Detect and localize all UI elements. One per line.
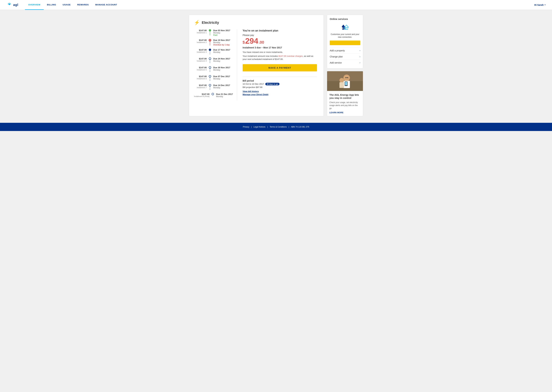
instalment-label: Instalment 5 bbox=[194, 69, 207, 71]
change-plan-label: Change plan bbox=[330, 55, 343, 58]
dollar-sign: $ bbox=[243, 40, 245, 45]
card-header: ⚡ Electricity bbox=[194, 20, 319, 25]
manage-direct-debit-link[interactable]: Manage your Direct Debit bbox=[243, 93, 317, 96]
lightning-icon: ⚡ bbox=[194, 20, 200, 25]
instalment-amount: $147.00 bbox=[194, 49, 207, 51]
footer-divider: | bbox=[267, 126, 268, 128]
timeline-line bbox=[210, 77, 210, 81]
timeline-rows: $147.00 Instalment 1 Due 03 Nov 2017 Mon… bbox=[194, 29, 233, 100]
timeline-node bbox=[208, 84, 212, 90]
instalment-label: Instalment 8 (Final) bbox=[194, 95, 209, 97]
due-day: Monday bbox=[216, 95, 233, 98]
due-date: Due 03 Nov 2017 bbox=[213, 29, 230, 32]
instalment-info: $147.00 Instalment 7 bbox=[194, 84, 208, 89]
learn-more-link[interactable]: LEARN MORE bbox=[330, 112, 361, 114]
timeline-dot-overdue: ✕ bbox=[209, 39, 211, 42]
due-day: Monday bbox=[213, 60, 230, 62]
chevron-right-icon: › bbox=[360, 56, 360, 58]
customise-text: Customise your current and your new conn… bbox=[330, 33, 360, 39]
instalment-amount: $147.00 bbox=[194, 75, 207, 78]
instalment-note-3: , as well as your next scheduled instalm… bbox=[243, 55, 313, 61]
footer-privacy[interactable]: Privacy bbox=[243, 126, 249, 128]
timeline-node bbox=[208, 57, 212, 64]
due-day: Monday bbox=[213, 86, 230, 89]
nav-manage-account[interactable]: MANAGE ACCOUNT bbox=[92, 0, 120, 10]
due-date: Due 14 Dec 2017 bbox=[213, 84, 230, 86]
promo-image bbox=[327, 71, 363, 91]
svg-rect-17 bbox=[339, 82, 344, 88]
instalment-label: Instalment 7 bbox=[194, 86, 207, 89]
promo-title: The AGL Energy App lets you stay in cont… bbox=[330, 93, 361, 100]
table-row: $147.00 Instalment 8 (Final) Due 21 Dec … bbox=[194, 93, 233, 98]
table-row: $147.00 Instalment 5 Due 30 Nov 2017 Mon… bbox=[194, 66, 233, 73]
online-services-card: Online services Customise your current a… bbox=[327, 15, 363, 69]
footer-divider: | bbox=[289, 126, 289, 128]
chevron-right-icon: › bbox=[360, 62, 360, 64]
timeline-node bbox=[208, 66, 212, 73]
timeline-node: ✕ bbox=[208, 39, 212, 45]
instalment-amount: $147.00 bbox=[194, 66, 207, 69]
logo-area[interactable]: agl bbox=[7, 2, 18, 8]
table-row: $147.00 Instalment 6 Due 07 Dec 2017 Mon… bbox=[194, 75, 233, 81]
timeline-dot-future bbox=[209, 75, 211, 77]
user-greeting: Hi Sarah bbox=[534, 4, 544, 6]
instalment-info: $147.00 Instalment 6 bbox=[194, 75, 208, 80]
timeline-node bbox=[208, 49, 212, 55]
timeline-line bbox=[210, 32, 210, 35]
instalment-info: $147.00 Instalment 3 bbox=[194, 49, 208, 53]
add-service-label: Add service bbox=[330, 61, 342, 64]
due-day: Monday bbox=[213, 69, 230, 71]
instalment-info: $147.00 Instalment 5 bbox=[194, 66, 208, 71]
instalment-info: $147.00 Instalment 1 bbox=[194, 29, 208, 34]
make-payment-button[interactable]: MAKE A PAYMENT bbox=[243, 64, 317, 71]
due-info: Due 21 Dec 2017 Monday bbox=[215, 93, 233, 98]
bill-projection: Bill projection $97.86 bbox=[243, 86, 317, 89]
nav-billing[interactable]: BILLING bbox=[44, 0, 59, 10]
instalment-plan-title: You're on an instalment plan bbox=[243, 29, 317, 32]
due-info: Due 03 Nov 2017 Monday Paid bbox=[212, 29, 230, 36]
yellow-bar[interactable] bbox=[330, 41, 360, 45]
app-promo-card: The AGL Energy App lets you stay in cont… bbox=[327, 71, 363, 116]
bill-period-title: Bill period bbox=[243, 79, 317, 82]
table-row: $147.00 Instalment 2 ✕ Due 10 Nov 2017 M… bbox=[194, 39, 233, 46]
footer: Privacy | Legal Notices | Terms & Condit… bbox=[0, 123, 552, 131]
timeline-dot-future bbox=[209, 84, 211, 86]
timeline-node bbox=[211, 93, 215, 95]
view-bill-history-link[interactable]: View bill history bbox=[243, 90, 317, 93]
svg-line-2 bbox=[10, 4, 11, 4]
promo-content: The AGL Energy App lets you stay in cont… bbox=[327, 91, 363, 116]
due-day: Monday bbox=[213, 51, 230, 53]
instalment-label: Instalment 6 bbox=[194, 78, 207, 80]
nav-usage[interactable]: USAGE bbox=[59, 0, 74, 10]
due-day: Monday bbox=[213, 41, 230, 44]
instalment-note-1: You have missed one or more instalments. bbox=[243, 50, 317, 54]
add-property-link[interactable]: Add a property › bbox=[330, 48, 360, 54]
online-services-title: Online services bbox=[330, 18, 360, 20]
timeline-dot-future bbox=[212, 93, 214, 95]
instalment-amount: $147.00 bbox=[194, 39, 207, 41]
due-info: Due 24 Nov 2017 Monday bbox=[212, 57, 230, 62]
add-property-label: Add a property bbox=[330, 49, 345, 52]
house-icons bbox=[330, 22, 360, 31]
instalment-amount: $147.00 bbox=[194, 29, 207, 32]
promo-text: Check your usage, set electricity usage … bbox=[330, 101, 361, 110]
timeline-line bbox=[210, 69, 210, 73]
table-row: $147.00 Instalment 3 Due 17 Nov 2017 Mon… bbox=[194, 49, 233, 55]
svg-rect-11 bbox=[345, 28, 346, 29]
footer-terms[interactable]: Terms & Conditions bbox=[270, 126, 287, 128]
svg-rect-20 bbox=[345, 77, 347, 78]
nav-overview[interactable]: OVERVIEW bbox=[25, 0, 44, 10]
footer-legal-notices[interactable]: Legal Notices bbox=[253, 126, 265, 128]
instalment-amount: $147.00 bbox=[194, 84, 207, 86]
main-nav: OVERVIEW BILLING USAGE REWARDS MANAGE AC… bbox=[25, 0, 534, 10]
nav-rewards[interactable]: REWARDS bbox=[74, 0, 92, 10]
user-menu[interactable]: Hi Sarah ▾ bbox=[534, 4, 545, 6]
svg-point-5 bbox=[9, 4, 10, 5]
chevron-right-icon: › bbox=[360, 49, 360, 52]
add-service-link[interactable]: Add service › bbox=[330, 60, 360, 66]
timeline-node bbox=[208, 75, 212, 81]
timeline-dot-future bbox=[209, 57, 211, 60]
sidebar: Online services Customise your current a… bbox=[327, 15, 363, 116]
change-plan-link[interactable]: Change plan › bbox=[330, 54, 360, 60]
svg-line-4 bbox=[8, 4, 8, 4]
